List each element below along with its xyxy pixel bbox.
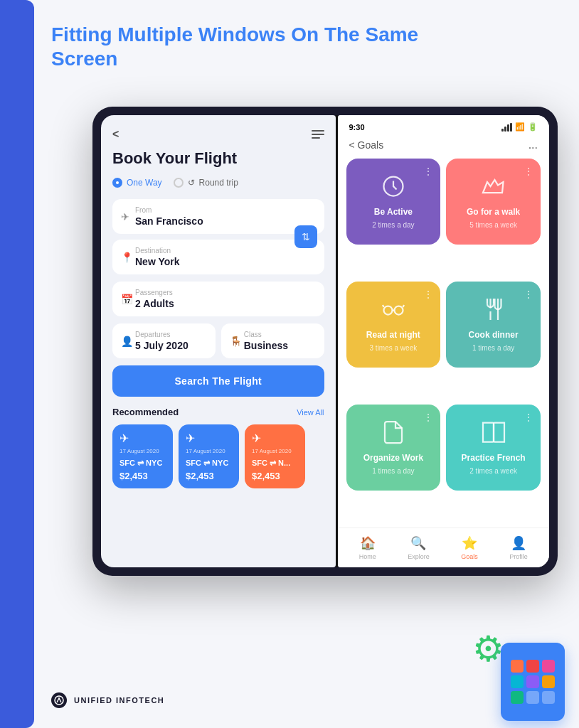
swap-button[interactable]: ⇅ <box>294 225 317 248</box>
status-time: 9:30 <box>349 123 365 132</box>
goal-dots-2[interactable]: ⋮ <box>524 166 533 177</box>
goal-dots-5[interactable]: ⋮ <box>423 412 433 423</box>
flight-card-3[interactable]: ✈ 17 August 2020 SFC ⇌ N... $2,453 <box>245 424 305 488</box>
left-accent-bar <box>0 0 34 728</box>
nav-home[interactable]: 🏠 Home <box>359 535 376 560</box>
flight-price-2: $2,453 <box>186 471 232 481</box>
nav-profile[interactable]: 👤 Profile <box>509 535 528 560</box>
one-way-option[interactable]: One Way <box>112 178 162 188</box>
clock-icon <box>381 173 406 203</box>
company-logo <box>51 692 67 708</box>
status-icons: 📶 🔋 <box>501 122 538 132</box>
flight-route-3: SFC ⇌ N... <box>252 459 298 468</box>
nav-explore[interactable]: 🔍 Explore <box>408 535 430 560</box>
svg-line-5 <box>403 305 404 307</box>
goals-more-button[interactable]: ... <box>528 139 538 151</box>
search-flight-button[interactable]: Search The Flight <box>112 365 324 397</box>
goal-card-read[interactable]: ⋮ Read at night 3 times a week <box>346 282 441 368</box>
destination-input[interactable]: 📍 Destination New York <box>112 240 324 274</box>
battery-icon: 🔋 <box>528 122 538 132</box>
plane-icon-1: ✈ <box>119 432 166 445</box>
goal-card-french[interactable]: ⋮ Practice French 2 times a week <box>446 405 541 491</box>
decorative-element: ⚙ <box>465 628 565 721</box>
flight-price-1: $2,453 <box>119 471 166 481</box>
profile-icon: 👤 <box>511 535 526 551</box>
goals-nav: < Goals ... <box>338 136 550 159</box>
flight-date-1: 17 August 2020 <box>119 448 166 454</box>
flight-date-2: 17 August 2020 <box>186 448 232 454</box>
goal-freq-3: 3 times a week <box>370 344 418 352</box>
flight-cards-list: ✈ 17 August 2020 SFC ⇌ NYC $2,453 ✈ 17 A… <box>112 424 324 488</box>
plane-icon-2: ✈ <box>186 432 232 445</box>
goal-dots-3[interactable]: ⋮ <box>423 289 433 300</box>
person-icon: 👤 <box>121 336 133 347</box>
page-title: Fitting Multiple Windows On The Same Scr… <box>51 23 565 70</box>
app-cell-5 <box>526 675 539 688</box>
recommended-header: Recommended View All <box>112 407 324 417</box>
goal-freq-4: 1 times a day <box>472 344 514 352</box>
goal-card-cook[interactable]: ⋮ Cook dinner 1 times a day <box>446 282 541 368</box>
glasses-icon <box>381 296 406 326</box>
app-cell-7 <box>511 691 524 704</box>
flight-date-3: 17 August 2020 <box>252 448 298 454</box>
flight-title: Book Your Flight <box>112 149 324 168</box>
flight-card-1[interactable]: ✈ 17 August 2020 SFC ⇌ NYC $2,453 <box>112 424 173 488</box>
menu-icon[interactable] <box>312 130 324 139</box>
plane-icon: ✈ <box>121 211 129 223</box>
app-cell-3 <box>542 660 555 673</box>
flight-price-3: $2,453 <box>252 471 298 481</box>
app-cell-9 <box>542 691 555 704</box>
departure-class-row: 👤 Departures 5 July 2020 🪑 Class Busines… <box>112 323 324 358</box>
wifi-icon: 📶 <box>515 122 525 132</box>
svg-point-2 <box>394 306 403 315</box>
passengers-input[interactable]: 📅 Passengers 2 Adults <box>112 282 324 316</box>
calendar-icon: 📅 <box>121 294 133 305</box>
svg-line-4 <box>383 305 384 307</box>
gear-icon: ⚙ <box>472 628 504 670</box>
goals-back-button[interactable]: < Goals <box>349 139 384 151</box>
plane-icon-3: ✈ <box>252 432 298 445</box>
goal-name-5: Organize Work <box>363 453 423 463</box>
location-icon: 📍 <box>121 252 133 263</box>
flight-card-2[interactable]: ✈ 17 August 2020 SFC ⇌ NYC $2,453 <box>179 424 239 488</box>
goal-dots-1[interactable]: ⋮ <box>423 166 433 177</box>
goals-star-icon: ⭐ <box>462 535 477 551</box>
from-input[interactable]: ✈ From San Francisco <box>112 199 324 234</box>
signal-icon <box>501 123 512 132</box>
goal-dots-4[interactable]: ⋮ <box>524 289 533 300</box>
device-mockup: < Book Your Flight One Way ↺ Round trip … <box>92 107 558 576</box>
status-bar: 9:30 📶 🔋 <box>338 115 550 136</box>
goal-name-2: Go for a walk <box>467 207 520 217</box>
goal-freq-2: 5 times a week <box>469 221 517 229</box>
round-trip-option[interactable]: ↺ Round trip <box>174 178 238 188</box>
goal-freq-5: 1 times a day <box>372 467 414 475</box>
goal-name-1: Be Active <box>374 207 413 217</box>
app-grid <box>505 654 561 710</box>
app-cell-4 <box>511 675 524 688</box>
flight-route-2: SFC ⇌ NYC <box>186 459 232 468</box>
app-cell-6 <box>542 675 555 688</box>
page-header: Fitting Multiple Windows On The Same Scr… <box>51 23 565 70</box>
file-icon <box>381 419 406 449</box>
goal-freq-6: 2 times a week <box>469 467 517 475</box>
explore-icon: 🔍 <box>410 535 426 551</box>
goal-card-be-active[interactable]: ⋮ Be Active 2 times a day <box>346 159 441 245</box>
company-name: UNIFIED INFOTECH <box>74 696 164 705</box>
back-button[interactable]: < <box>112 128 119 141</box>
goals-back-label: < Goals <box>349 139 384 151</box>
goal-card-walk[interactable]: ⋮ Go for a walk 5 times a week <box>446 159 541 245</box>
departures-input[interactable]: 👤 Departures 5 July 2020 <box>112 323 216 358</box>
goal-card-organize[interactable]: ⋮ Organize Work 1 times a day <box>346 405 441 491</box>
one-way-radio[interactable] <box>112 178 122 188</box>
goal-dots-6[interactable]: ⋮ <box>524 412 533 423</box>
flight-route-1: SFC ⇌ NYC <box>119 459 166 468</box>
flight-panel: < Book Your Flight One Way ↺ Round trip … <box>101 115 336 567</box>
goal-freq-1: 2 times a day <box>372 221 414 229</box>
round-trip-radio[interactable] <box>174 178 184 188</box>
app-cell-8 <box>526 691 539 704</box>
view-all-link[interactable]: View All <box>297 408 324 417</box>
svg-point-1 <box>383 306 392 315</box>
home-icon: 🏠 <box>360 535 376 551</box>
nav-goals[interactable]: ⭐ Goals <box>461 535 478 560</box>
class-input[interactable]: 🪑 Class Business <box>221 323 324 358</box>
